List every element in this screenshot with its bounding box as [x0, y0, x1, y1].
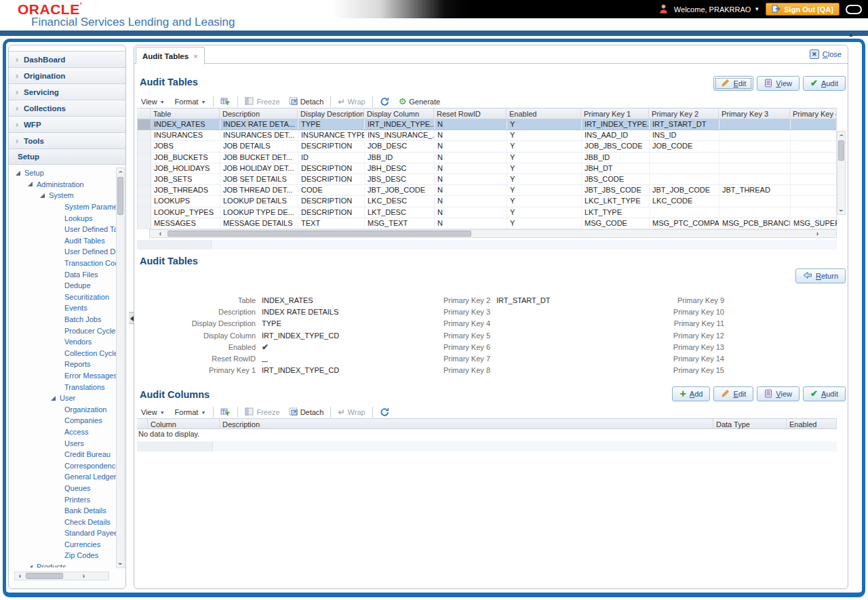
tree-item-reports[interactable]: Reports	[10, 359, 116, 370]
tree-item-system[interactable]: System	[10, 190, 116, 201]
column-header-data-type[interactable]: Data Type	[713, 419, 787, 428]
scroll-up-icon[interactable]: ›	[117, 168, 124, 176]
tree-item-bank-details[interactable]: Bank Details	[10, 505, 116, 517]
tree-item-lookups[interactable]: Lookups	[10, 212, 116, 224]
table-row[interactable]: JOBSJOB DETAILSDESCRIPTIONJOB_DESCNYJOB_…	[138, 141, 836, 152]
column-header-enabled[interactable]: Enabled	[787, 419, 837, 428]
table-row[interactable]: LOOKUP_TYPESLOOKUP TYPE DE...DESCRIPTION…	[138, 207, 836, 218]
tree-item-error-messages[interactable]: Error Messages	[10, 370, 116, 382]
table-row[interactable]: JOB_HOLIDAYSJOB HOLIDAY DET...DESCRIPTIO…	[138, 163, 836, 174]
table-row[interactable]: JOB_SETSJOB SET DETAILSDESCRIPTIONJBS_DE…	[138, 174, 836, 185]
sidebar-item-collections[interactable]: ›Collections	[9, 100, 125, 117]
table-row[interactable]: INSURANCESINSURANCES DET...INSURANCE TYP…	[138, 130, 836, 141]
format-menu[interactable]: Format▼	[172, 407, 209, 418]
tree-item-user-defined-tables[interactable]: User Defined Tables	[10, 224, 116, 235]
tree-item-dedupe[interactable]: Dedupe	[10, 280, 116, 292]
table-row[interactable]: JOB_THREADSJOB THREAD DET...CODEJBT_JOB_…	[138, 185, 836, 196]
tree-item-access[interactable]: Access	[10, 426, 116, 438]
table-row[interactable]: MESSAGESMESSAGE DETAILSTEXTMSG_TEXTNYMSG…	[138, 218, 836, 229]
sidebar-item-tools[interactable]: ›Tools	[9, 133, 125, 149]
tree-item-user[interactable]: User	[10, 393, 116, 404]
tree-item-organization[interactable]: Organization	[10, 403, 116, 415]
tree-item-user-defined-defaults[interactable]: User Defined Defaults	[10, 246, 116, 258]
wrap-button[interactable]: ↵ Wrap	[336, 406, 367, 418]
tree-item-users[interactable]: Users	[10, 437, 116, 449]
tree-item-setup[interactable]: Setup	[10, 167, 116, 179]
add-button[interactable]: +Add	[672, 386, 710, 401]
tree-horizontal-scrollbar[interactable]: ‹ ›	[14, 572, 109, 580]
tree-item-zip-codes[interactable]: Zip Codes	[10, 550, 116, 561]
table-row[interactable]: JOB_BUCKETSJOB BUCKET DET...IDJBB_IDNYJB…	[138, 153, 836, 163]
sidebar-item-setup[interactable]: Setup	[9, 149, 125, 165]
column-header-reset-rowid[interactable]: Reset RowID	[434, 108, 507, 119]
scroll-left-icon[interactable]: ‹	[16, 572, 24, 580]
column-header-column[interactable]: Column	[148, 419, 220, 428]
grid-horizontal-scrollbar[interactable]: ‹ ›	[149, 229, 837, 238]
refresh-button[interactable]	[378, 406, 392, 418]
tree-item-system-parameters[interactable]: System Parameters	[10, 201, 116, 213]
return-button[interactable]: Return	[795, 268, 846, 283]
tree-vertical-scrollbar[interactable]: › ›	[116, 167, 125, 568]
sign-out-button[interactable]: Sign Out [QA]	[766, 3, 840, 16]
tree-item-correspondence[interactable]: Correspondence	[10, 460, 116, 471]
detach-button[interactable]: Detach	[287, 96, 326, 108]
column-header-display-description[interactable]: Display Description	[298, 108, 364, 119]
view-button[interactable]: View	[757, 76, 800, 91]
detach-button[interactable]: Detach	[287, 406, 326, 418]
page-scroll-up-icon[interactable]: ▲	[845, 31, 857, 39]
tab-close-icon[interactable]: ×	[193, 52, 197, 60]
edit-button[interactable]: Edit	[713, 386, 753, 401]
column-header-display-column[interactable]: Display Column	[364, 108, 434, 119]
view-button[interactable]: View	[757, 386, 800, 401]
column-header-description[interactable]: Description	[220, 419, 713, 428]
tree-item-general-ledger[interactable]: General Ledger	[10, 471, 116, 483]
grid-vertical-scrollbar[interactable]: › ›	[837, 131, 846, 215]
edit-button[interactable]: Edit	[713, 76, 753, 91]
tree-item-administration[interactable]: Administration	[10, 179, 116, 191]
tree-item-currencies[interactable]: Currencies	[10, 539, 116, 551]
sidebar-item-origination[interactable]: ›Origination	[9, 68, 125, 84]
tree-item-data-files[interactable]: Data Files	[10, 268, 116, 280]
tree-item-vendors[interactable]: Vendors	[10, 336, 116, 348]
tree-item-collection-cycles[interactable]: Collection Cycles	[10, 348, 116, 359]
checkbox-checked-icon[interactable]: ✔	[262, 342, 269, 352]
column-header-description[interactable]: Description	[220, 108, 298, 119]
view-menu[interactable]: View▼	[138, 407, 167, 418]
scroll-up-icon[interactable]: ›	[837, 132, 845, 139]
tree-item-standard-payees[interactable]: Standard Payees	[10, 527, 116, 539]
scroll-right-icon[interactable]: ›	[80, 572, 87, 580]
sidebar-item-servicing[interactable]: ›Servicing	[9, 84, 125, 100]
tree-item-products[interactable]: Products	[10, 561, 116, 567]
view-menu[interactable]: View▼	[138, 96, 167, 107]
table-row[interactable]: INDEX_RATESINDEX RATE DETA...TYPEIRT_IND…	[138, 119, 836, 130]
wrap-button[interactable]: ↵ Wrap	[336, 96, 367, 108]
tree-item-printers[interactable]: Printers	[10, 494, 116, 505]
welcome-menu[interactable]: Welcome, PRAKRRAO ▼	[674, 5, 760, 14]
column-header-primary-key-4[interactable]: Primary Key 4	[790, 108, 837, 119]
tree-item-credit-bureau[interactable]: Credit Bureau	[10, 449, 116, 460]
column-header-enabled[interactable]: Enabled	[507, 108, 581, 119]
scroll-down-icon[interactable]: ›	[837, 207, 845, 214]
tree-item-audit-tables[interactable]: Audit Tables	[10, 235, 116, 247]
sidebar-item-wfp[interactable]: ›WFP	[9, 117, 125, 133]
query-by-example-icon[interactable]	[218, 96, 233, 108]
scrollbar-thumb[interactable]	[838, 140, 844, 161]
column-header-table[interactable]: Table	[151, 108, 220, 119]
scroll-down-icon[interactable]: ›	[117, 560, 124, 567]
tree-item-check-details[interactable]: Check Details	[10, 516, 116, 527]
checkbox-unchecked-icon[interactable]	[262, 361, 268, 362]
scroll-right-icon[interactable]: ›	[814, 230, 821, 237]
tree-item-batch-jobs[interactable]: Batch Jobs	[10, 314, 116, 325]
generate-button[interactable]: ⚙ Generate	[397, 96, 443, 107]
tree-item-translations[interactable]: Translations	[10, 381, 116, 393]
column-header-primary-key-2[interactable]: Primary Key 2	[649, 108, 719, 119]
tree-item-producer-cycles[interactable]: Producer Cycles	[10, 325, 116, 336]
sidebar-item-dashboard[interactable]: ›DashBoard	[9, 52, 125, 68]
column-header-primary-key-1[interactable]: Primary Key 1	[581, 108, 649, 119]
table-row[interactable]: LOOKUPSLOOKUP DETAILSDESCRIPTIONLKC_DESC…	[138, 196, 836, 207]
tree-item-queues[interactable]: Queues	[10, 483, 116, 494]
audit-button[interactable]: ✔Audit	[803, 76, 846, 91]
format-menu[interactable]: Format▼	[172, 96, 209, 107]
session-indicator-icon[interactable]	[846, 5, 862, 14]
tab-audit-tables[interactable]: Audit Tables ×	[136, 47, 205, 64]
